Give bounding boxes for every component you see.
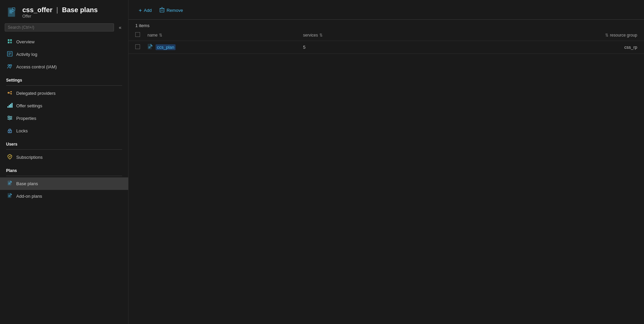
svg-point-21 — [10, 93, 12, 94]
locks-icon — [7, 128, 13, 134]
sidebar-item-access-control[interactable]: Access control (IAM) — [0, 61, 128, 73]
svg-point-31 — [8, 116, 9, 117]
activity-log-icon — [7, 51, 13, 58]
title-group: css_offer | Base plans Offer — [22, 6, 98, 19]
base-plans-icon — [7, 180, 13, 187]
items-count: 1 items — [129, 20, 644, 29]
sidebar-item-locks[interactable]: Locks — [0, 125, 128, 137]
sort-name-icon[interactable]: ⇅ — [159, 33, 162, 37]
search-input[interactable] — [5, 23, 114, 31]
row-checkbox[interactable] — [135, 44, 140, 49]
title-separator: | — [56, 6, 58, 14]
main-content: + Add Remove 1 items name ⇅ — [129, 0, 644, 324]
svg-rect-10 — [10, 39, 12, 41]
subscriptions-icon — [7, 154, 13, 160]
svg-line-23 — [9, 93, 11, 94]
row-resource-cell: css_rp — [553, 45, 637, 50]
page-subtitle: Offer — [22, 14, 98, 19]
sidebar-item-label: Access control (IAM) — [16, 64, 57, 69]
svg-point-20 — [10, 91, 12, 92]
sidebar-item-delegated-providers[interactable]: Delegated providers — [0, 87, 128, 100]
row-checkbox-cell — [135, 44, 147, 50]
sidebar-item-label: Activity log — [16, 52, 37, 57]
section-divider — [6, 85, 122, 86]
svg-rect-27 — [12, 103, 13, 108]
header-services-col[interactable]: services ⇅ — [303, 33, 553, 38]
sidebar-item-base-plans[interactable]: Base plans — [0, 177, 128, 190]
title-part1: css_offer — [22, 6, 52, 14]
sidebar-item-addon-plans[interactable]: Add-on plans — [0, 190, 128, 202]
svg-point-35 — [9, 131, 10, 132]
sidebar-nav: Overview Activity log — [0, 36, 128, 324]
search-wrapper: 🔍 — [5, 23, 114, 31]
sidebar-item-label: Delegated providers — [16, 91, 55, 96]
table-row[interactable]: ccs_plan 5 css_rp — [129, 41, 644, 54]
sidebar-item-offer-settings[interactable]: Offer settings — [0, 100, 128, 112]
page-title: css_offer | Base plans — [22, 6, 98, 14]
svg-rect-25 — [9, 105, 10, 108]
section-users-label: Users — [0, 137, 128, 148]
row-name-value[interactable]: ccs_plan — [156, 44, 176, 50]
header-checkbox[interactable] — [135, 32, 140, 37]
section-divider-3 — [6, 176, 122, 176]
header-checkbox-cell — [135, 32, 147, 38]
svg-line-22 — [9, 92, 11, 93]
sort-resource-icon[interactable]: ⇅ — [605, 33, 608, 37]
sidebar-item-label: Locks — [16, 128, 28, 133]
svg-point-19 — [8, 92, 9, 94]
offer-settings-icon — [7, 103, 13, 109]
sidebar-header: css_offer | Base plans Offer — [0, 0, 128, 23]
sidebar-item-label: Add-on plans — [16, 194, 42, 199]
col-services-label: services — [303, 33, 318, 38]
add-button[interactable]: + Add — [135, 6, 155, 15]
delegated-providers-icon — [7, 90, 13, 96]
sidebar-item-overview[interactable]: Overview — [0, 36, 128, 48]
col-name-label: name — [147, 33, 158, 38]
sidebar-item-label: Subscriptions — [16, 155, 43, 160]
row-resource-value: css_rp — [624, 45, 637, 50]
sidebar-item-activity-log[interactable]: Activity log — [0, 48, 128, 61]
svg-rect-11 — [8, 42, 9, 43]
remove-button[interactable]: Remove — [156, 5, 186, 15]
row-services-cell: 5 — [303, 45, 553, 50]
table-header: name ⇅ services ⇅ ⇅ resource group — [129, 29, 644, 41]
sidebar-item-label: Base plans — [16, 181, 38, 186]
header-name-col[interactable]: name ⇅ — [147, 33, 303, 38]
svg-point-17 — [8, 65, 10, 66]
add-icon: + — [139, 7, 142, 14]
svg-point-18 — [10, 65, 12, 66]
svg-point-32 — [10, 117, 12, 118]
search-row: 🔍 « — [0, 23, 128, 36]
svg-rect-12 — [10, 42, 12, 43]
sidebar-item-properties[interactable]: Properties — [0, 112, 128, 125]
remove-icon — [160, 7, 164, 14]
sidebar-item-label: Properties — [16, 116, 36, 121]
section-plans-label: Plans — [0, 164, 128, 174]
access-control-icon — [7, 64, 13, 70]
section-divider-2 — [6, 149, 122, 150]
sort-services-icon[interactable]: ⇅ — [319, 33, 323, 37]
svg-rect-48 — [160, 8, 164, 12]
svg-rect-24 — [7, 106, 8, 108]
overview-icon — [7, 39, 13, 45]
section-settings-label: Settings — [0, 73, 128, 84]
addon-plans-icon — [7, 193, 13, 199]
svg-rect-9 — [8, 39, 9, 41]
add-label: Add — [144, 8, 152, 13]
row-services-value: 5 — [303, 45, 305, 50]
remove-label: Remove — [166, 8, 183, 13]
row-doc-icon — [147, 44, 153, 51]
sidebar: css_offer | Base plans Offer 🔍 « — [0, 0, 129, 324]
col-resource-label: resource group — [610, 33, 637, 38]
properties-icon — [7, 115, 13, 122]
header-resource-col[interactable]: ⇅ resource group — [553, 33, 637, 38]
toolbar: + Add Remove — [129, 0, 644, 20]
collapse-button[interactable]: « — [117, 24, 123, 31]
title-part2: Base plans — [62, 6, 98, 14]
row-name-cell: ccs_plan — [147, 44, 303, 51]
page-icon — [6, 6, 18, 19]
sidebar-item-label: Overview — [16, 39, 34, 44]
sidebar-item-label: Offer settings — [16, 103, 42, 108]
sidebar-item-subscriptions[interactable]: Subscriptions — [0, 151, 128, 164]
svg-point-33 — [9, 118, 10, 120]
